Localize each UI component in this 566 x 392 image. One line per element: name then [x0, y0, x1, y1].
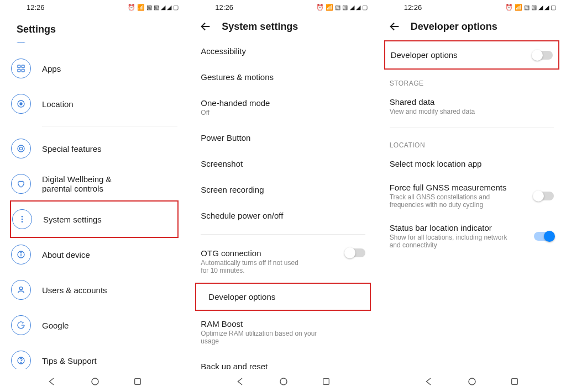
dev-options-master-toggle-row[interactable]: Developer options: [385, 41, 558, 68]
status-bar: 12:26 ⏰ 📶 ▧ ▧ ◢ ◢ ▢: [188, 0, 377, 15]
svg-rect-3: [18, 69, 20, 72]
settings-item-label: About device: [42, 250, 90, 259]
google-icon: [11, 315, 31, 335]
dev-options-master-toggle[interactable]: [533, 51, 553, 60]
nav-home-icon[interactable]: [90, 377, 100, 386]
system-item-screen-recording[interactable]: Screen recording: [188, 177, 377, 203]
settings-item-system-settings[interactable]: System settings: [12, 202, 176, 237]
system-item-accessibility[interactable]: Accessibility: [188, 38, 377, 64]
item-label: Developer options: [391, 50, 458, 60]
settings-item-tips-support[interactable]: Tips & Support: [11, 343, 177, 369]
svg-point-25: [469, 378, 475, 385]
item-label: Back up and reset: [201, 362, 365, 369]
item-label: Schedule power on/off: [201, 211, 365, 220]
status-icons: ⏰ 📶 ▧ ▧ ◢ ◢ ▢: [128, 4, 179, 11]
system-item-ram-boost[interactable]: RAM Boost Optimize RAM utilization based…: [188, 311, 377, 353]
more-vert-icon: [12, 209, 32, 229]
dev-item-shared-data[interactable]: Shared data View and modify shared data: [378, 89, 566, 122]
nav-back-icon[interactable]: [424, 377, 434, 386]
settings-item-wellbeing[interactable]: Digital Wellbeing & parental controls: [11, 166, 177, 202]
nav-recent-icon[interactable]: [322, 377, 331, 386]
settings-item-special-features[interactable]: Special features: [11, 131, 177, 166]
system-item-power-button[interactable]: Power Button: [188, 125, 377, 151]
settings-item-label: Special features: [42, 144, 102, 153]
settings-item-google[interactable]: Google: [11, 308, 177, 343]
settings-item-label: Tips & Support: [42, 356, 97, 365]
apps-icon: [11, 59, 31, 78]
gnss-toggle[interactable]: [534, 192, 554, 200]
screen-developer-options: 12:26 ⏰ 📶 ▧ ▧ ◢ ◢ ▢ Developer options De…: [378, 0, 566, 392]
system-item-one-handed[interactable]: One-handed mode Off: [188, 90, 377, 125]
section-heading-location: LOCATION: [378, 134, 566, 151]
item-sub: Show for all locations, including networ…: [390, 234, 525, 249]
section-heading-storage: STORAGE: [378, 72, 566, 89]
special-icon: [11, 139, 31, 158]
status-time: 12:26: [27, 3, 45, 12]
item-sub: Off: [201, 109, 365, 116]
nav-recent-icon[interactable]: [510, 377, 519, 386]
divider: [390, 128, 554, 128]
battery-icon: [11, 42, 31, 43]
svg-point-8: [18, 145, 24, 152]
otg-toggle[interactable]: [345, 248, 365, 257]
system-item-backup-reset[interactable]: Back up and reset: [188, 353, 377, 369]
nav-bar: [0, 369, 188, 392]
item-sub: View and modify shared data: [390, 108, 554, 115]
system-item-schedule-power[interactable]: Schedule power on/off: [188, 203, 377, 229]
svg-rect-20: [134, 379, 140, 385]
item-sub: Optimize RAM utilization based on your u…: [201, 330, 365, 345]
dev-item-status-bar-location[interactable]: Status bar location indicator Show for a…: [378, 215, 566, 256]
svg-point-10: [22, 219, 23, 220]
item-label: One-handed mode: [201, 98, 365, 108]
nav-bar: [378, 369, 566, 392]
page-title: Developer options: [411, 21, 497, 33]
settings-item-label: Apps: [42, 64, 61, 73]
item-label: Force full GNSS measurements: [390, 183, 525, 192]
system-item-gestures[interactable]: Gestures & motions: [188, 64, 377, 90]
system-item-screenshot[interactable]: Screenshot: [188, 151, 377, 177]
back-button[interactable]: [389, 20, 401, 33]
settings-item-label: Digital Wellbeing & parental controls: [42, 174, 142, 193]
item-sub: Track all GNSS constellations and freque…: [390, 193, 525, 209]
info-icon: [11, 245, 31, 264]
nav-back-icon[interactable]: [235, 377, 245, 386]
item-label: Power Button: [201, 133, 365, 142]
nav-recent-icon[interactable]: [133, 377, 142, 386]
svg-point-18: [20, 362, 21, 363]
status-time: 12:26: [404, 3, 422, 12]
help-icon: [11, 351, 31, 369]
item-label: Gestures & motions: [201, 72, 365, 82]
nav-back-icon[interactable]: [47, 377, 57, 386]
heart-icon: [11, 174, 31, 194]
item-sub: Automatically turns off if not used for …: [201, 259, 338, 274]
status-bar: 12:26 ⏰ 📶 ▧ ▧ ◢ ◢ ▢: [378, 0, 566, 15]
settings-item-label: Google: [42, 321, 69, 330]
item-label: Accessibility: [201, 46, 365, 56]
settings-item-users-accounts[interactable]: Users & accounts: [11, 272, 177, 308]
status-icons: ⏰ 📶 ▧ ▧ ◢ ◢ ▢: [316, 4, 367, 11]
nav-home-icon[interactable]: [467, 377, 477, 386]
settings-item-label: Location: [42, 99, 74, 109]
svg-rect-26: [512, 379, 518, 385]
system-item-developer-options[interactable]: Developer options: [202, 284, 364, 310]
svg-rect-4: [22, 69, 24, 72]
divider: [201, 234, 365, 235]
settings-item-about-device[interactable]: About device: [11, 237, 177, 272]
item-label: Shared data: [390, 97, 554, 107]
svg-point-7: [19, 147, 22, 150]
dev-item-gnss[interactable]: Force full GNSS measurements Track all G…: [378, 175, 566, 215]
svg-point-15: [19, 287, 22, 290]
system-item-otg[interactable]: OTG connection Automatically turns off i…: [188, 240, 377, 283]
nav-home-icon[interactable]: [279, 377, 289, 386]
svg-rect-2: [22, 65, 24, 68]
svg-rect-1: [18, 65, 20, 68]
svg-point-14: [20, 252, 21, 253]
back-button[interactable]: [200, 20, 212, 33]
status-bar-location-toggle[interactable]: [534, 232, 554, 241]
dev-item-mock-location[interactable]: Select mock location app: [378, 151, 566, 175]
divider: [42, 126, 177, 126]
settings-item-apps[interactable]: Apps: [11, 51, 177, 86]
settings-item-battery[interactable]: Battery: [11, 42, 177, 51]
svg-point-9: [22, 216, 23, 218]
settings-item-location[interactable]: Location: [11, 86, 177, 121]
